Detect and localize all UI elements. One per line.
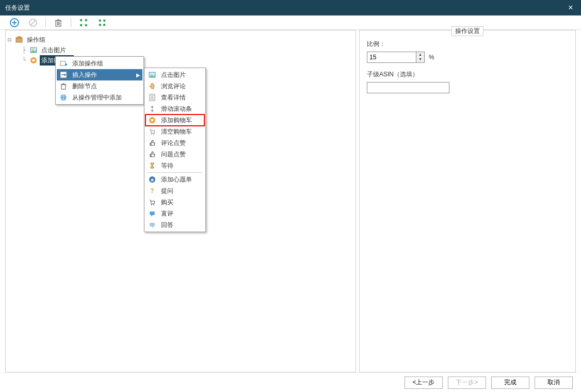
tree-panel: ⊟ 操作组 ├ 点击图片 └ 添加购物车 bbox=[5, 30, 356, 372]
asin-label: 子级ASIN（选填） bbox=[367, 70, 568, 79]
ratio-spinner[interactable]: ▲ ▼ bbox=[416, 52, 425, 63]
submenu-ask[interactable]: ? 提问 bbox=[146, 185, 204, 197]
svg-rect-12 bbox=[18, 37, 21, 38]
menu-separator bbox=[148, 172, 202, 173]
svg-rect-39 bbox=[150, 211, 155, 215]
settings-panel: 操作设置 比例： ▲ ▼ % 子级ASIN（选填） bbox=[359, 30, 576, 372]
disabled-circle-icon bbox=[28, 18, 38, 27]
svg-point-38 bbox=[153, 204, 154, 205]
svg-rect-40 bbox=[150, 223, 155, 226]
separator bbox=[45, 18, 46, 27]
insert-icon bbox=[59, 70, 68, 79]
submenu-like-question[interactable]: 问题点赞 bbox=[146, 149, 204, 160]
submenu: 点击图片 浏览评论 查看详情 滑动滚动条 添加购物车 清空购物车 bbox=[144, 68, 206, 232]
chevron-down-icon: ▼ bbox=[416, 57, 424, 61]
globe-icon bbox=[59, 93, 68, 102]
prev-button[interactable]: <上一步 bbox=[405, 377, 443, 389]
buy-icon bbox=[148, 198, 157, 207]
svg-text:?: ? bbox=[150, 187, 154, 194]
submenu-answer[interactable]: 回答 bbox=[146, 219, 204, 231]
question-icon: ? bbox=[148, 186, 157, 195]
next-button: 下一步> bbox=[448, 377, 486, 389]
submenu-buy[interactable]: 购买 bbox=[146, 197, 204, 208]
svg-point-14 bbox=[32, 48, 34, 50]
cart-icon bbox=[148, 116, 157, 125]
submenu-wishlist[interactable]: 添加心愿单 bbox=[146, 174, 204, 185]
svg-rect-16 bbox=[60, 61, 66, 66]
delete-button[interactable] bbox=[49, 17, 68, 29]
hourglass-icon bbox=[148, 161, 157, 170]
hand-icon bbox=[148, 81, 157, 91]
tree-root-label: 操作组 bbox=[25, 35, 47, 45]
expand-button[interactable] bbox=[74, 17, 93, 29]
submenu-view-detail[interactable]: 查看详情 bbox=[146, 92, 204, 103]
footer: <上一步 下一步> 完成 取消 bbox=[0, 372, 581, 392]
add-button[interactable] bbox=[5, 17, 24, 29]
menu-delete-node[interactable]: 删除节点 bbox=[57, 80, 142, 92]
tree-root[interactable]: ⊟ 操作组 bbox=[8, 35, 353, 45]
menu-add-group[interactable]: 添加操作组 bbox=[57, 58, 142, 69]
svg-point-34 bbox=[153, 134, 154, 135]
image-icon bbox=[29, 46, 38, 54]
clear-cart-icon bbox=[148, 127, 157, 136]
separator bbox=[71, 18, 71, 27]
trash-icon bbox=[54, 19, 62, 27]
titlebar: 任务设置 × bbox=[0, 0, 581, 15]
tree-item[interactable]: ├ 点击图片 bbox=[8, 45, 353, 55]
thumbs-up-icon bbox=[148, 150, 157, 159]
ratio-unit: % bbox=[429, 54, 434, 61]
thumbs-up-icon bbox=[148, 138, 157, 148]
expand-icon bbox=[79, 19, 88, 27]
asin-input[interactable] bbox=[367, 82, 449, 93]
tree-item-label: 点击图片 bbox=[40, 45, 68, 55]
svg-line-4 bbox=[30, 20, 36, 25]
submenu-clear-cart[interactable]: 清空购物车 bbox=[146, 126, 204, 137]
collapse-button[interactable] bbox=[93, 17, 111, 29]
panel-legend: 操作设置 bbox=[451, 26, 483, 36]
trash-icon bbox=[59, 81, 68, 91]
ratio-label: 比例： bbox=[367, 40, 568, 48]
submenu-wait[interactable]: 等待 bbox=[146, 160, 204, 171]
svg-point-33 bbox=[151, 134, 152, 135]
disabled-button bbox=[24, 17, 42, 29]
toolbar bbox=[0, 15, 581, 30]
ratio-input[interactable] bbox=[367, 52, 416, 63]
context-menu: 添加操作组 插入操作 ▶ 删除节点 从操作管理中添加 bbox=[55, 56, 144, 105]
wishlist-icon bbox=[148, 175, 157, 184]
image-icon bbox=[148, 70, 157, 79]
add-group-icon bbox=[59, 59, 68, 68]
content-area: ⊟ 操作组 ├ 点击图片 └ 添加购物车 bbox=[0, 30, 581, 372]
svg-point-37 bbox=[151, 204, 152, 205]
submenu-direct-review[interactable]: 直评 bbox=[146, 208, 204, 219]
submenu-like-review[interactable]: 评论点赞 bbox=[146, 137, 204, 149]
chevron-right-icon: ▶ bbox=[136, 72, 140, 78]
submenu-scroll[interactable]: 滑动滚动条 bbox=[146, 103, 204, 115]
chevron-up-icon: ▲ bbox=[416, 52, 424, 57]
cancel-button[interactable]: 取消 bbox=[535, 377, 573, 389]
window-title: 任务设置 bbox=[5, 4, 30, 12]
plus-circle-icon bbox=[10, 18, 19, 27]
document-icon bbox=[148, 93, 157, 102]
chat-icon bbox=[148, 209, 157, 218]
ratio-input-group: ▲ ▼ % bbox=[367, 52, 434, 63]
menu-insert-action[interactable]: 插入操作 ▶ bbox=[57, 69, 142, 80]
finish-button[interactable]: 完成 bbox=[491, 377, 529, 389]
svg-rect-20 bbox=[61, 85, 66, 89]
submenu-add-cart[interactable]: 添加购物车 bbox=[146, 115, 204, 126]
answer-icon bbox=[148, 220, 157, 230]
menu-add-from-manager[interactable]: 从操作管理中添加 bbox=[57, 92, 142, 103]
cart-icon bbox=[29, 56, 38, 64]
submenu-browse-review[interactable]: 浏览评论 bbox=[146, 80, 204, 92]
group-icon bbox=[15, 36, 23, 44]
submenu-click-image[interactable]: 点击图片 bbox=[146, 69, 204, 80]
collapse-icon bbox=[98, 19, 106, 27]
scroll-icon bbox=[148, 104, 157, 113]
close-icon[interactable]: × bbox=[566, 3, 576, 12]
